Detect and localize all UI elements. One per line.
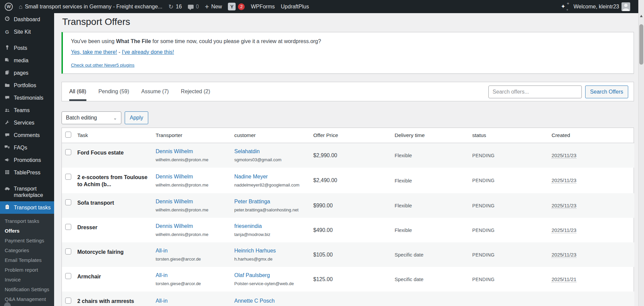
scrollbar-thumb[interactable] [639, 24, 643, 65]
task-title[interactable]: Dresser [77, 225, 97, 230]
tab-pending-59[interactable]: Pending (59) [98, 82, 129, 101]
sidebar-item-services[interactable]: Services [0, 116, 54, 129]
batch-editing-select[interactable]: Batch editing ⌄ [62, 111, 121, 124]
wordpress-logo-icon[interactable]: W [5, 3, 13, 11]
tab-assume-7[interactable]: Assume (7) [141, 82, 169, 101]
apply-button[interactable]: Apply [125, 111, 148, 124]
sidebar-item-site-kit[interactable]: GSite Kit [0, 26, 54, 38]
created-date-link[interactable]: 2025/11/23 [552, 252, 576, 258]
sidebar-item-faqs[interactable]: FAQs [0, 141, 54, 154]
customer-link[interactable]: Heinrich Harhues [234, 248, 276, 253]
submenu-item-invoice[interactable]: Invoice [0, 275, 54, 284]
transport-tasks-submenu: Transport tasksOffersPayment SettingsCat… [0, 214, 54, 306]
row-checkbox[interactable] [65, 199, 71, 205]
updraftplus-menu[interactable]: UpdraftPlus [281, 4, 309, 10]
sidebar-item-label: FAQs [14, 144, 27, 151]
offers-table-card: Task Transporter customer Offer Price De… [62, 128, 634, 306]
customer-link[interactable]: Selahatdin [234, 148, 260, 154]
submenu-item-offers[interactable]: Offers [0, 226, 54, 236]
sidebar-item-portfolios[interactable]: Portfolios [0, 79, 54, 92]
sidebar-item-transport-marketplace[interactable]: Transport marketplace [0, 182, 54, 201]
select-all-checkbox[interactable] [65, 132, 71, 138]
site-name-link[interactable]: ⌂ Small transport services in Germany - … [19, 4, 162, 10]
account-menu[interactable]: Welcome, kleintr23 [573, 2, 630, 11]
transporter-link[interactable]: Dennis Wilhelm [156, 223, 193, 229]
created-date-link[interactable]: 2025/11/23 [552, 203, 576, 209]
sidebar-item-comments[interactable]: Comments [0, 129, 54, 141]
customer-link[interactable]: Olaf Paulsberg [234, 272, 270, 278]
transporter-link[interactable]: All-in [156, 272, 168, 278]
transporter-link[interactable]: Dennis Wilhelm [156, 199, 193, 204]
other-plugins-link[interactable]: Check out other Never5 plugins [71, 63, 134, 68]
row-checkbox[interactable] [65, 298, 71, 304]
transporter-email: wilhelm.dennis@proton.me [156, 232, 231, 237]
submenu-item-problem-report[interactable]: Problem report [0, 265, 54, 275]
tab-all-68[interactable]: All (68) [69, 82, 86, 101]
sidebar-item-media[interactable]: media [0, 54, 54, 67]
row-checkbox[interactable] [65, 273, 71, 279]
row-checkbox[interactable] [65, 224, 71, 230]
created-date-link[interactable]: 2025/11/23 [552, 177, 576, 183]
comments-button[interactable]: 0 [188, 4, 199, 10]
customer-link[interactable]: Peter Brattinga [234, 199, 270, 204]
customer-email: sgmotors03@gmail.com [234, 157, 310, 162]
created-date-link[interactable]: 2025/11/23 [552, 227, 576, 233]
sidebar-item-dashboard[interactable]: Dashboard [0, 13, 54, 26]
row-checkbox[interactable] [65, 248, 71, 254]
task-title[interactable]: Motorcycle fairing [77, 249, 124, 255]
submenu-item-categories[interactable]: Categories [0, 245, 54, 255]
updates-button[interactable]: ↻ 16 [168, 4, 182, 10]
sidebar-item-label: Services [14, 120, 34, 126]
sidebar-item-teams[interactable]: Teams [0, 104, 54, 116]
scrollbar-up-arrow[interactable] [640, 15, 643, 17]
task-title[interactable]: Armchair [77, 274, 101, 279]
page-scrollbar[interactable] [638, 0, 644, 306]
submenu-item-email-templates[interactable]: Email Templates [0, 255, 54, 265]
search-input[interactable] [488, 86, 582, 98]
sidebar-item-promotions[interactable]: Promotions [0, 154, 54, 166]
sidebar-item-testimonials[interactable]: Testimonials [0, 92, 54, 104]
submenu-item-notification-settings[interactable]: Notification Settings [0, 284, 54, 294]
sidebar-item-label: Transport marketplace [14, 185, 52, 198]
task-title[interactable]: 2 e-scooters from Toulouse to Achim (b..… [77, 174, 148, 187]
submenu-item-transport-tasks[interactable]: Transport tasks [0, 216, 54, 226]
new-content-button[interactable]: + New [205, 3, 222, 10]
search-offers-button[interactable]: Search Offers [585, 86, 628, 98]
customer-link[interactable]: Nadine Meyer [234, 174, 268, 179]
created-date-link[interactable]: 2025/11/23 [552, 152, 576, 159]
submenu-item-payment-settings[interactable]: Payment Settings [0, 236, 54, 245]
sidebar-item-label: Portfolios [14, 82, 36, 89]
admin-bar-right: ✦✧✧ Welcome, kleintr23 [561, 2, 638, 11]
column-header-created: Created [552, 128, 634, 143]
row-checkbox[interactable] [65, 149, 71, 155]
customer-link[interactable]: Annette C Posch [234, 298, 275, 304]
transporter-link[interactable]: Dennis Wilhelm [156, 174, 193, 179]
sparkle-icon[interactable]: ✦✧✧ [561, 3, 569, 11]
transporter-link[interactable]: Dennis Wilhelm [156, 148, 193, 154]
site-name-label: Small transport services in Germany - Fr… [25, 4, 162, 10]
table-row: DresserDennis Wilhelmwilhelm.dennis@prot… [62, 218, 634, 242]
sidebar-item-pages[interactable]: pages [0, 67, 54, 79]
sidebar-item-posts[interactable]: Posts [0, 42, 54, 54]
created-date-link[interactable]: 2025/11/21 [552, 276, 576, 282]
customer-email: peter.brattinga@salonhosting.net [234, 207, 310, 212]
tablepress-icon [4, 169, 10, 176]
transporter-link[interactable]: All-in [156, 248, 168, 253]
sidebar-item-label: Posts [14, 45, 27, 51]
sidebar-item-transport-tasks[interactable]: Transport tasks [0, 201, 54, 214]
take-me-there-link[interactable]: Yes, take me there! [71, 49, 117, 55]
transporter-link[interactable]: All-in [156, 298, 168, 304]
task-title[interactable]: 2 chairs with armrests [77, 298, 134, 304]
customer-link[interactable]: friesenindia [234, 223, 262, 229]
comments-icon [4, 132, 10, 138]
sidebar-item-tablepress[interactable]: TablePress [0, 166, 54, 179]
transporter-email: wilhelm.dennis@proton.me [156, 207, 231, 212]
updates-icon: ↻ [168, 4, 173, 10]
tab-rejected-2[interactable]: Rejected (2) [181, 82, 210, 101]
wpforms-menu[interactable]: WPForms [251, 4, 275, 10]
task-title[interactable]: Ford Focus estate [77, 150, 124, 156]
already-done-link[interactable]: I've already done this! [122, 49, 174, 55]
yoast-seo-button[interactable]: Y 2 [228, 3, 245, 10]
row-checkbox[interactable] [65, 174, 71, 180]
task-title[interactable]: Sofa transport [77, 200, 114, 206]
